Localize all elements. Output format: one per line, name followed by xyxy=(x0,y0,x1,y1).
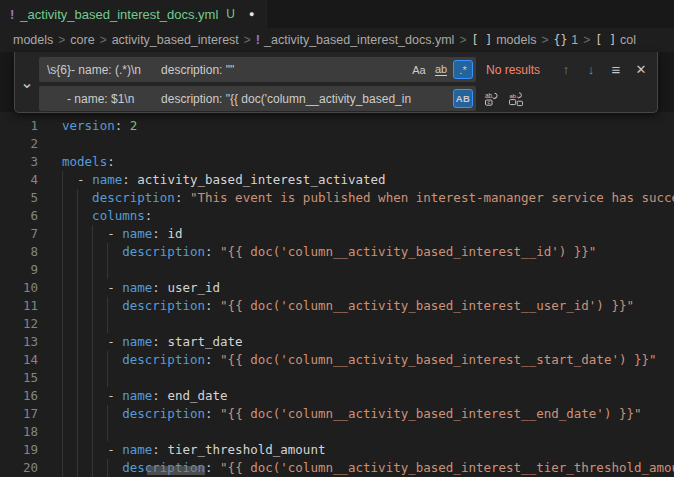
indent-guide xyxy=(107,459,108,477)
tab-active-file[interactable]: ! _activity_based_interest_docs.yml U ● xyxy=(0,0,267,28)
indent-guide xyxy=(77,261,78,279)
code-line[interactable]: 18 xyxy=(0,423,674,441)
code-editor[interactable]: 1version: 223models:4 - name: activity_b… xyxy=(0,112,674,477)
code-line[interactable]: 16 - name: end_date xyxy=(0,387,674,405)
line-number: 1 xyxy=(0,117,38,135)
code-text: columns: xyxy=(62,208,152,223)
code-line[interactable]: 8 description: "{{ doc('column__activity… xyxy=(0,243,674,261)
indent-guide xyxy=(92,441,93,459)
code-line[interactable]: 4 - name: activity_based_interest_activa… xyxy=(0,171,674,189)
whole-word-toggle[interactable]: ab xyxy=(431,60,451,79)
find-input[interactable]: \s{6}- name: (.*)\n description: "" Aa a… xyxy=(39,57,476,82)
code-line[interactable]: 10 - name: user_id xyxy=(0,279,674,297)
indent-guide xyxy=(92,243,93,261)
indent-guide xyxy=(107,351,108,369)
find-in-selection-button[interactable]: ≡ xyxy=(606,60,626,80)
svg-text:ab: ab xyxy=(510,92,517,98)
code-text: - name: tier_threshold_amount xyxy=(62,442,325,457)
code-line[interactable]: 7 - name: id xyxy=(0,225,674,243)
previous-match-button[interactable]: ↑ xyxy=(556,60,576,80)
breadcrumb-item-core[interactable]: core xyxy=(70,33,94,47)
code-text: - name: id xyxy=(62,226,182,241)
find-row: \s{6}- name: (.*)\n description: "" Aa a… xyxy=(39,57,651,82)
code-line[interactable]: 15 xyxy=(0,369,674,387)
regex-toggle[interactable]: .* xyxy=(453,60,473,79)
code-line[interactable]: 1version: 2 xyxy=(0,117,674,135)
find-results-label: No results xyxy=(486,63,540,77)
breadcrumb-item-activity_based_interest[interactable]: activity_based_interest xyxy=(112,33,239,47)
yaml-file-icon: ! xyxy=(10,7,14,22)
code-line[interactable]: 9 xyxy=(0,261,674,279)
indent-guide xyxy=(107,243,108,261)
indent-guide xyxy=(77,315,78,333)
breadcrumb-separator-icon: > xyxy=(58,33,65,47)
next-match-button[interactable]: ↓ xyxy=(581,60,601,80)
code-line[interactable]: 11 description: "{{ doc('column__activit… xyxy=(0,297,674,315)
indent-guide xyxy=(107,423,108,441)
line-number: 4 xyxy=(0,171,38,189)
code-text: version: 2 xyxy=(62,118,137,133)
breadcrumb-item-_activity_based_interest_docs.yml[interactable]: !_activity_based_interest_docs.yml xyxy=(256,33,455,47)
code-line[interactable]: 12 xyxy=(0,315,674,333)
indent-guide xyxy=(62,189,63,207)
breadcrumb-label: models xyxy=(13,33,53,47)
find-replace-widget: ⌄ \s{6}- name: (.*)\n description: "" Aa… xyxy=(14,52,658,113)
svg-text:c: c xyxy=(487,99,490,105)
indent-guide xyxy=(62,423,63,441)
replace-button[interactable]: ab c xyxy=(481,89,501,109)
replace-input[interactable]: - name: $1\n description: "{{ doc('colum… xyxy=(39,86,476,111)
breadcrumb-separator-icon: > xyxy=(100,33,107,47)
indent-guide xyxy=(62,243,63,261)
code-line[interactable]: 2 xyxy=(0,135,674,153)
preserve-case-toggle[interactable]: AB xyxy=(453,89,473,108)
find-query-text: \s{6}- name: (.*)\n description: "" xyxy=(47,63,407,77)
indent-guide xyxy=(77,297,78,315)
replace-row: - name: $1\n description: "{{ doc('colum… xyxy=(39,86,651,111)
code-line[interactable]: 5 description: "This event is published … xyxy=(0,189,674,207)
breadcrumb-item-1[interactable]: {}1 xyxy=(553,33,578,47)
line-number: 19 xyxy=(0,441,38,459)
close-find-button[interactable]: ✕ xyxy=(631,60,651,80)
indent-guide xyxy=(77,423,78,441)
horizontal-scrollbar[interactable] xyxy=(147,466,205,475)
toggle-replace-chevron-icon[interactable]: ⌄ xyxy=(15,52,39,112)
breadcrumb-item-models[interactable]: [ ]models xyxy=(471,33,536,47)
indent-guide xyxy=(92,351,93,369)
code-text: description: "{{ doc('column__activity_b… xyxy=(62,352,657,367)
code-line[interactable]: 14 description: "{{ doc('column__activit… xyxy=(0,351,674,369)
code-line[interactable]: 17 description: "{{ doc('column__activit… xyxy=(0,405,674,423)
line-number: 13 xyxy=(0,333,38,351)
indent-guide xyxy=(77,207,78,225)
indent-guide xyxy=(62,459,63,477)
code-line[interactable]: 3models: xyxy=(0,153,674,171)
match-case-toggle[interactable]: Aa xyxy=(409,60,429,79)
code-line[interactable]: 19 - name: tier_threshold_amount xyxy=(0,441,674,459)
code-line[interactable]: 6 columns: xyxy=(0,207,674,225)
code-line[interactable]: 13 - name: start_date xyxy=(0,333,674,351)
breadcrumb-separator-icon: > xyxy=(583,33,590,47)
tab-title: _activity_based_interest_docs.yml xyxy=(20,7,218,22)
line-number: 15 xyxy=(0,369,38,387)
code-line[interactable]: 20 description: "{{ doc('column__activit… xyxy=(0,459,674,477)
indent-guide xyxy=(62,369,63,387)
dirty-indicator-icon[interactable]: ● xyxy=(249,9,254,19)
indent-guide xyxy=(62,297,63,315)
indent-guide xyxy=(107,369,108,387)
indent-guide xyxy=(77,459,78,477)
indent-guide xyxy=(62,315,63,333)
indent-guide xyxy=(77,243,78,261)
indent-guide xyxy=(92,297,93,315)
replace-all-button[interactable]: ab xyxy=(506,89,526,109)
breadcrumb-item-models[interactable]: models xyxy=(13,33,53,47)
indent-guide xyxy=(92,279,93,297)
line-number: 14 xyxy=(0,351,38,369)
code-text: description: "{{ doc('column__activity_b… xyxy=(62,244,596,259)
replace-value-text: - name: $1\n description: "{{ doc('colum… xyxy=(47,92,451,106)
line-number: 5 xyxy=(0,189,38,207)
breadcrumb-item-col[interactable]: [ ]col xyxy=(595,33,636,47)
git-untracked-badge: U xyxy=(226,7,235,21)
breadcrumb: models>core>activity_based_interest>!_ac… xyxy=(0,28,674,52)
code-text: - name: start_date xyxy=(62,334,243,349)
line-number: 6 xyxy=(0,207,38,225)
indent-guide xyxy=(92,369,93,387)
